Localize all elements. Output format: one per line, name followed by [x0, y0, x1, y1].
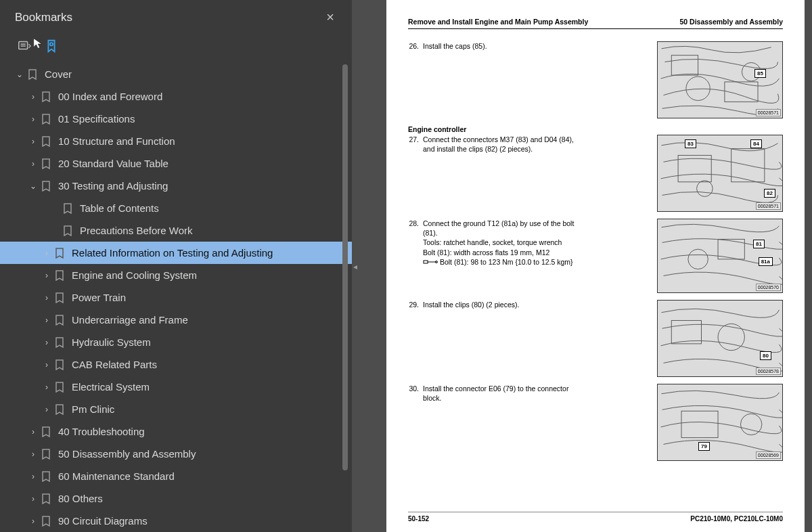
bookmark-icon [61, 203, 74, 214]
tree-label: Precautions Before Work [80, 225, 192, 236]
figure-id: 00028571 [756, 202, 781, 210]
tree-item-00[interactable]: ›00 Index and Foreword [0, 85, 352, 108]
tree-item-30-cab[interactable]: ›CAB Related Parts [0, 353, 352, 376]
step-number: 27. [408, 135, 423, 212]
chevron-down-icon[interactable]: ⌄ [14, 70, 26, 79]
bookmark-icon [53, 248, 66, 259]
bookmark-icon [39, 114, 53, 125]
step-line: Tools: ratchet handle, socket, torque wr… [423, 238, 584, 247]
bookmark-icon [39, 158, 53, 169]
page-header: Remove and Install Engine and Main Pump … [408, 18, 783, 29]
chevron-right-icon[interactable]: › [27, 516, 39, 526]
outline-options-button[interactable] [15, 39, 34, 53]
torque-value: Bolt (81): 98 to 123 Nm {10.0 to 12.5 kg… [440, 258, 573, 266]
tree-item-30-related[interactable]: ›Related Information on Testing and Adju… [0, 242, 352, 264]
bookmark-icon [53, 404, 66, 415]
page-footer: 50-152 PC210-10M0, PC210LC-10M0 [408, 512, 783, 523]
svg-rect-18 [681, 411, 718, 437]
tree-item-cover[interactable]: ⌄ Cover [0, 63, 352, 85]
chevron-right-icon[interactable]: › [27, 92, 39, 102]
step-number: 28. [408, 219, 423, 293]
panel-divider[interactable]: ◂ [352, 0, 379, 532]
tree-item-30-pm[interactable]: ›Pm Clinic [0, 398, 352, 420]
tree-label: 50 Disassembly and Assembly [58, 448, 196, 460]
close-icon[interactable]: × [321, 7, 340, 28]
tree-item-30-power[interactable]: ›Power Train [0, 286, 352, 309]
tree-label: 30 Testing and Adjusting [58, 180, 168, 192]
bookmark-icon [39, 471, 53, 482]
footer-model: PC210-10M0, PC210LC-10M0 [690, 515, 783, 523]
bookmarks-tree: ⌄ Cover ›00 Index and Foreword ›01 Speci… [0, 60, 352, 532]
tree-item-90[interactable]: ›90 Circuit Diagrams [0, 510, 352, 532]
callout-79: 79 [698, 442, 710, 451]
tree-item-30-hyd[interactable]: ›Hydraulic System [0, 331, 352, 353]
chevron-right-icon[interactable]: › [27, 137, 39, 146]
tree-label: Table of Contents [80, 202, 159, 214]
step-line: Connect the ground T12 (81a) by use of t… [423, 219, 584, 238]
document-viewport[interactable]: Remove and Install Engine and Main Pump … [379, 0, 812, 532]
tree-label: 10 Structure and Function [58, 135, 175, 147]
tree-item-50[interactable]: ›50 Disassembly and Assembly [0, 443, 352, 465]
chevron-right-icon[interactable]: › [41, 405, 53, 414]
tree-item-01[interactable]: ›01 Specifications [0, 108, 352, 130]
tree-label: 00 Index and Foreword [58, 91, 162, 102]
step-number: 29. [408, 300, 423, 377]
svg-rect-17 [671, 320, 701, 343]
chevron-right-icon[interactable]: › [27, 427, 39, 437]
chevron-right-icon[interactable]: › [27, 472, 39, 481]
chevron-right-icon[interactable]: › [27, 494, 39, 504]
tree-item-30-toc[interactable]: Table of Contents [0, 197, 352, 219]
collapse-handle-icon[interactable]: ◂ [352, 257, 359, 276]
tree-item-60[interactable]: ›60 Maintenance Standard [0, 465, 352, 487]
svg-rect-0 [19, 42, 28, 49]
tree-item-30-under[interactable]: ›Undercarriage and Frame [0, 309, 352, 331]
tree-item-20[interactable]: ›20 Standard Value Table [0, 152, 352, 175]
tree-item-10[interactable]: ›10 Structure and Function [0, 130, 352, 152]
step-line: Bolt (81): width across flats 19 mm, M12 [423, 248, 584, 257]
chevron-right-icon[interactable]: › [41, 315, 53, 325]
chevron-right-icon[interactable]: › [41, 338, 53, 347]
bookmark-icon [53, 315, 66, 326]
subheading-engine-controller: Engine controller [408, 125, 783, 133]
chevron-right-icon[interactable]: › [27, 114, 39, 124]
bookmarks-title: Bookmarks [15, 11, 72, 24]
tree-item-40[interactable]: ›40 Troubleshooting [0, 420, 352, 443]
step-line: Bolt (81): 98 to 123 Nm {10.0 to 12.5 kg… [423, 257, 584, 267]
chevron-right-icon[interactable]: › [41, 271, 53, 280]
callout-82: 82 [764, 189, 775, 198]
chevron-right-icon[interactable]: › [41, 293, 53, 303]
bookmark-icon [53, 337, 66, 348]
svg-point-19 [740, 414, 761, 435]
scrollbar[interactable] [342, 64, 348, 470]
step-text: Connect the connectors M37 (83) and D04 … [423, 135, 584, 212]
tree-label: 40 Troubleshooting [58, 426, 145, 437]
chevron-right-icon[interactable]: › [41, 360, 53, 370]
tree-item-30[interactable]: ⌄30 Testing and Adjusting [0, 175, 352, 197]
footer-page-number: 50-152 [408, 515, 429, 523]
tree-item-80[interactable]: ›80 Others [0, 487, 352, 510]
step-text: Install the connector E06 (79) to the co… [423, 384, 584, 461]
tree-item-30-prec[interactable]: Precautions Before Work [0, 219, 352, 242]
tree-label: 80 Others [58, 493, 103, 504]
step-27: 27. Connect the connectors M37 (83) and … [408, 135, 783, 212]
svg-rect-11 [424, 261, 428, 263]
tree-item-30-engine[interactable]: ›Engine and Cooling System [0, 264, 352, 286]
tree-label: 20 Standard Value Table [58, 158, 168, 169]
chevron-right-icon[interactable]: › [41, 248, 53, 258]
chevron-right-icon[interactable]: › [41, 382, 53, 392]
tree-label: Related Information on Testing and Adjus… [72, 247, 273, 259]
step-26: 26. Install the caps (85). 85 00028571 [408, 41, 783, 118]
step-text: Connect the ground T12 (81a) by use of t… [423, 219, 584, 293]
step-number: 30. [408, 384, 423, 461]
bookmark-icon [61, 225, 74, 236]
bookmark-ribbon-icon[interactable] [42, 39, 61, 53]
chevron-right-icon[interactable]: › [27, 159, 39, 169]
chevron-right-icon[interactable]: › [27, 449, 39, 459]
svg-point-5 [686, 76, 710, 100]
callout-83: 83 [685, 139, 696, 148]
tree-label: 01 Specifications [58, 113, 135, 125]
tree-item-30-elec[interactable]: ›Electrical System [0, 376, 352, 398]
bookmark-icon [53, 270, 66, 281]
figure-30: 79 00028569 [657, 384, 783, 461]
chevron-down-icon[interactable]: ⌄ [27, 181, 39, 191]
